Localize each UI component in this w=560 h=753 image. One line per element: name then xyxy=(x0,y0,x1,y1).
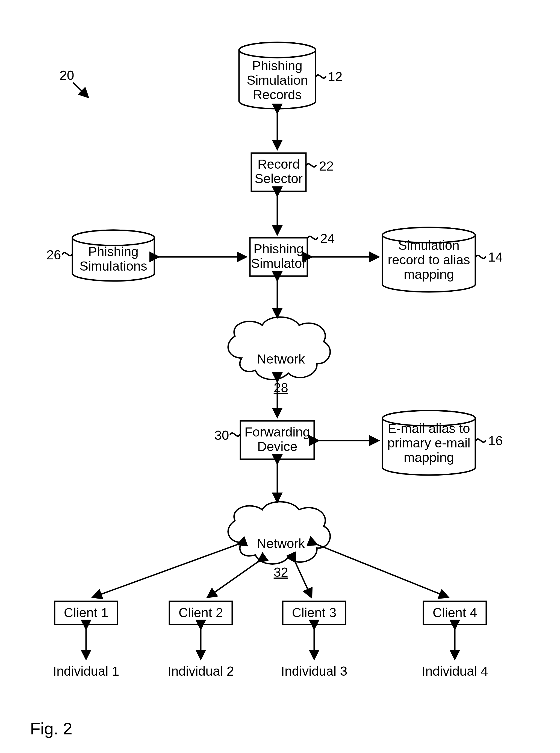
selector-label: Record Selector xyxy=(251,157,306,186)
network1-label: Network 28 xyxy=(236,337,318,395)
forwarding-label: Forwarding Device xyxy=(240,425,314,454)
ref-16: 16 xyxy=(488,433,503,448)
ref-26: 26 xyxy=(46,247,61,263)
figure-caption: Fig. 2 xyxy=(30,719,73,738)
svg-point-0 xyxy=(239,42,316,58)
svg-line-20 xyxy=(73,82,88,97)
simulations-label: Phishing Simulations xyxy=(73,245,154,274)
svg-line-15 xyxy=(317,544,448,597)
ref-24: 24 xyxy=(320,231,335,246)
network2-ref: 32 xyxy=(274,565,288,579)
diagram-ref: 20 xyxy=(60,68,74,83)
alias-map-label: Simulation record to alias mapping xyxy=(382,238,475,282)
svg-point-1 xyxy=(73,230,154,246)
network2-label: Network 32 xyxy=(236,522,318,580)
client2-label: Client 2 xyxy=(169,606,232,620)
client4-label: Client 4 xyxy=(423,606,486,620)
svg-line-12 xyxy=(93,544,238,597)
ref-30: 30 xyxy=(215,428,229,443)
client1-label: Client 1 xyxy=(55,606,118,620)
network1-name: Network xyxy=(257,352,305,366)
diagram-page: Fig. 2 20 Phishing Simulation Records Re… xyxy=(0,0,560,753)
ref-12: 12 xyxy=(328,69,342,84)
records-label: Phishing Simulation Records xyxy=(239,59,316,102)
individual4-label: Individual 4 xyxy=(413,664,497,679)
client3-label: Client 3 xyxy=(283,606,345,620)
network2-name: Network xyxy=(257,536,305,551)
email-map-label: E-mail alias to primary e-mail mapping xyxy=(382,422,475,465)
network1-ref: 28 xyxy=(274,381,288,395)
simulator-label: Phishing Simulator xyxy=(250,242,307,271)
individual3-label: Individual 3 xyxy=(272,664,357,679)
individual1-label: Individual 1 xyxy=(44,664,128,679)
individual2-label: Individual 2 xyxy=(158,664,243,679)
ref-22: 22 xyxy=(319,158,334,174)
ref-14: 14 xyxy=(488,250,503,265)
